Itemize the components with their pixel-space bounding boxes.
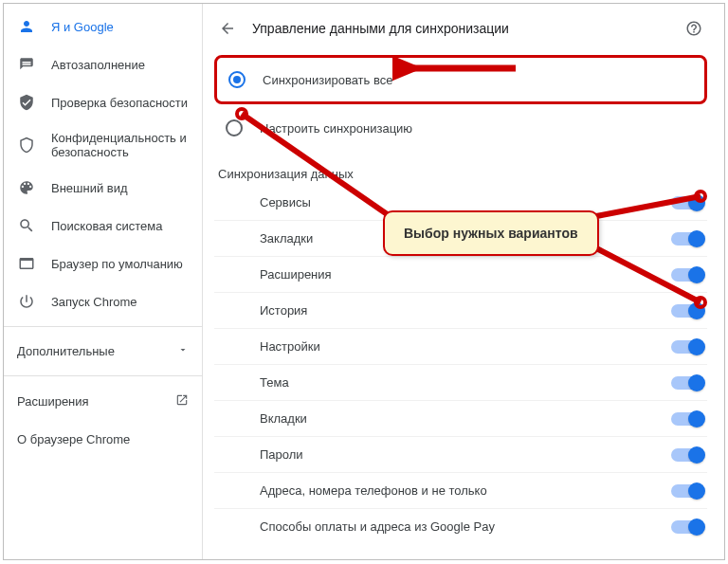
radio-unchecked-icon xyxy=(226,119,243,136)
sidebar-item-search-engine[interactable]: Поисковая система xyxy=(4,207,202,245)
sync-item-settings: Настройки xyxy=(214,329,707,365)
sync-section-title: Синхронизация данных xyxy=(214,150,707,185)
chevron-down-icon xyxy=(177,344,189,358)
toggle-switch[interactable] xyxy=(671,520,703,534)
sync-item-label: Способы оплаты и адреса из Google Pay xyxy=(260,519,495,534)
security-icon xyxy=(17,136,36,155)
sync-item-label: Закладки xyxy=(260,231,313,246)
settings-sidebar: Я и Google Автозаполнение Проверка безоп… xyxy=(4,4,203,559)
advanced-label: Дополнительные xyxy=(17,344,115,358)
sidebar-item-label: Внешний вид xyxy=(51,181,128,195)
sync-option-custom[interactable]: Настроить синхронизацию xyxy=(214,106,707,150)
toggle-switch[interactable] xyxy=(671,412,703,426)
about-label: О браузере Chrome xyxy=(17,432,130,446)
autofill-icon xyxy=(17,55,36,74)
sidebar-item-label: Конфиденциальность и безопасность xyxy=(51,131,189,159)
person-icon xyxy=(17,17,36,36)
sync-item-label: История xyxy=(260,303,307,318)
back-button[interactable] xyxy=(218,19,237,38)
sidebar-item-appearance[interactable]: Внешний вид xyxy=(4,169,202,207)
search-icon xyxy=(17,216,36,235)
external-link-icon xyxy=(175,393,189,409)
page-header: Управление данными для синхронизации xyxy=(214,9,707,53)
sync-option-all[interactable]: Синхронизировать все xyxy=(214,55,707,104)
main-panel: Управление данными для синхронизации Син… xyxy=(203,4,724,559)
sidebar-item-label: Я и Google xyxy=(51,20,114,34)
toggle-switch[interactable] xyxy=(671,340,703,354)
divider xyxy=(4,375,202,376)
sync-item-label: Настройки xyxy=(260,339,320,354)
annotation-tooltip: Выбор нужных вариантов xyxy=(383,210,599,256)
sidebar-advanced-toggle[interactable]: Дополнительные xyxy=(4,333,202,370)
sync-item-extensions: Расширения xyxy=(214,257,707,293)
sidebar-extensions-link[interactable]: Расширения xyxy=(4,382,202,421)
sync-item-label: Тема xyxy=(260,375,289,390)
sidebar-item-default-browser[interactable]: Браузер по умолчанию xyxy=(4,245,202,282)
toggle-switch[interactable] xyxy=(671,484,703,498)
help-button[interactable] xyxy=(684,19,703,38)
sync-option-custom-label: Настроить синхронизацию xyxy=(260,121,412,136)
sidebar-item-label: Поисковая система xyxy=(51,219,163,233)
sidebar-item-safety-check[interactable]: Проверка безопасности xyxy=(4,83,202,121)
startup-icon xyxy=(17,292,36,311)
sidebar-about-chrome[interactable]: О браузере Chrome xyxy=(4,421,202,458)
toggle-switch[interactable] xyxy=(671,304,703,318)
safety-check-icon xyxy=(17,93,36,112)
divider xyxy=(4,326,202,327)
sync-item-history: История xyxy=(214,293,707,329)
toggle-switch[interactable] xyxy=(671,376,703,390)
radio-checked-icon xyxy=(228,71,246,88)
sync-item-tabs: Вкладки xyxy=(214,401,707,437)
sidebar-item-privacy-security[interactable]: Конфиденциальность и безопасность xyxy=(4,121,202,169)
sync-item-label: Вкладки xyxy=(260,411,307,426)
sidebar-item-on-startup[interactable]: Запуск Chrome xyxy=(4,282,202,320)
sync-item-label: Сервисы xyxy=(260,195,311,209)
toggle-switch[interactable] xyxy=(671,196,703,209)
page-title: Управление данными для синхронизации xyxy=(252,21,684,36)
sync-item-theme: Тема xyxy=(214,365,707,401)
sync-item-label: Расширения xyxy=(260,267,332,282)
sync-item-payments: Способы оплаты и адреса из Google Pay xyxy=(214,509,707,544)
toggle-switch[interactable] xyxy=(671,448,703,462)
sync-item-label: Адреса, номера телефонов и не только xyxy=(260,483,487,498)
appearance-icon xyxy=(17,178,36,197)
sidebar-item-autofill[interactable]: Автозаполнение xyxy=(4,45,202,83)
sync-option-all-label: Синхронизировать все xyxy=(263,73,392,87)
sync-item-addresses: Адреса, номера телефонов и не только xyxy=(214,473,707,509)
sidebar-item-label: Браузер по умолчанию xyxy=(51,257,183,271)
sidebar-item-label: Запуск Chrome xyxy=(51,295,137,309)
sidebar-item-label: Проверка безопасности xyxy=(51,96,188,110)
toggle-switch[interactable] xyxy=(671,232,703,246)
sync-item-label: Пароли xyxy=(260,447,303,462)
sync-item-passwords: Пароли xyxy=(214,437,707,473)
extensions-label: Расширения xyxy=(17,394,89,409)
sidebar-item-label: Автозаполнение xyxy=(51,58,145,72)
default-browser-icon xyxy=(17,254,36,273)
toggle-switch[interactable] xyxy=(671,268,703,282)
sidebar-item-you-and-google[interactable]: Я и Google xyxy=(4,8,202,45)
